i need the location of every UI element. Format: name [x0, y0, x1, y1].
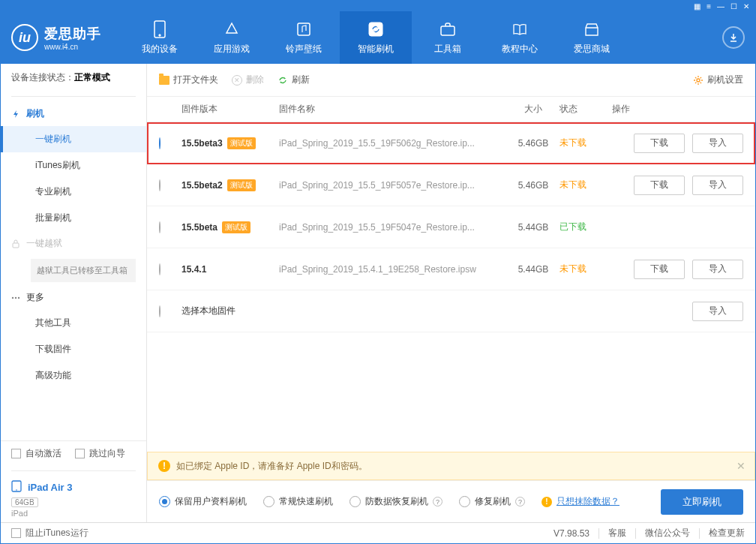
nav-tutorial[interactable]: 教程中心	[484, 11, 556, 64]
check-update-link[interactable]: 检查更新	[709, 527, 745, 539]
version-label: V7.98.53	[554, 528, 590, 539]
radio-icon[interactable]	[159, 179, 160, 191]
close-icon[interactable]: ✕	[743, 2, 749, 11]
firmware-version: 15.5beta3测试版	[182, 137, 279, 149]
help-icon[interactable]: ?	[515, 497, 525, 506]
firmware-size: 5.46GB	[507, 138, 560, 149]
device-icon	[151, 20, 169, 38]
store-icon	[583, 20, 601, 38]
download-manager-button[interactable]	[722, 26, 745, 49]
firmware-row[interactable]: 15.5beta2测试版 iPad_Spring_2019_15.5_19F50…	[147, 164, 755, 206]
sidebar-section-more[interactable]: 更多	[1, 285, 146, 310]
block-itunes-checkbox[interactable]	[11, 528, 21, 538]
flash-opt-repair[interactable]: 修复刷机 ?	[459, 495, 525, 508]
firmware-version: 15.4.1	[182, 264, 279, 275]
firmware-status: 未下载	[560, 137, 612, 149]
main-nav: 我的设备 应用游戏 铃声壁纸 智能刷机 工具箱 教程中心 爱思商城	[124, 11, 722, 64]
download-button[interactable]: 下载	[634, 134, 685, 153]
svg-rect-3	[369, 23, 382, 36]
svg-point-10	[16, 489, 17, 491]
app-logo: iu 爱思助手 www.i4.cn	[11, 24, 101, 51]
titlebar-menu-icon[interactable]: ≡	[706, 2, 711, 11]
firmware-name: iPad_Spring_2019_15.4.1_19E258_Restore.i…	[279, 264, 507, 275]
delete-button[interactable]: ✕ 删除	[232, 74, 264, 86]
import-button[interactable]: 导入	[692, 260, 743, 279]
firmware-list: 15.5beta3测试版 iPad_Spring_2019_15.5_19F50…	[147, 122, 755, 332]
table-header: 固件版本 固件名称 大小 状态 操作	[147, 97, 755, 122]
import-button[interactable]: 导入	[692, 302, 743, 321]
nav-my-device[interactable]: 我的设备	[124, 11, 196, 64]
sidebar-section-flash[interactable]: 刷机	[1, 101, 146, 126]
download-button[interactable]: 下载	[634, 260, 685, 279]
titlebar-grid-icon[interactable]: ▦	[694, 2, 700, 11]
book-icon	[511, 20, 529, 38]
radio-icon[interactable]	[159, 221, 160, 233]
maximize-icon[interactable]: ☐	[730, 2, 737, 11]
nav-ringtone[interactable]: 铃声壁纸	[268, 11, 340, 64]
radio-icon[interactable]	[159, 305, 160, 317]
sidebar: 设备连接状态：正常模式 刷机 一键刷机 iTunes刷机 专业刷机 批量刷机 一…	[1, 64, 147, 522]
sidebar-item-advanced[interactable]: 高级功能	[1, 362, 146, 389]
app-name: 爱思助手	[44, 25, 101, 43]
erase-data-link[interactable]: ! 只想抹除数据？	[542, 495, 620, 508]
sidebar-item-download-firmware[interactable]: 下载固件	[1, 336, 146, 362]
auto-activate-checkbox[interactable]	[11, 449, 21, 458]
svg-point-7	[15, 297, 16, 299]
open-folder-button[interactable]: 打开文件夹	[159, 74, 218, 86]
beta-tag: 测试版	[227, 179, 256, 191]
import-button[interactable]: 导入	[692, 134, 743, 153]
minimize-icon[interactable]: —	[717, 2, 724, 11]
notice-close-button[interactable]: ✕	[736, 460, 746, 472]
lock-icon	[11, 239, 20, 248]
nav-apps[interactable]: 应用游戏	[196, 11, 268, 64]
firmware-name: iPad_Spring_2019_15.5_19F5057e_Restore.i…	[279, 180, 507, 191]
radio-icon	[263, 496, 274, 507]
download-icon	[728, 32, 739, 43]
sidebar-item-oneclick-flash[interactable]: 一键刷机	[1, 126, 146, 152]
firmware-version: 15.5beta2测试版	[182, 179, 279, 191]
flash-opt-keep-data[interactable]: 保留用户资料刷机	[159, 495, 247, 508]
skip-guide-checkbox[interactable]	[75, 449, 85, 458]
download-button[interactable]: 下载	[634, 176, 685, 195]
flash-opt-quick[interactable]: 常规快速刷机	[263, 495, 333, 508]
sidebar-item-other-tools[interactable]: 其他工具	[1, 310, 146, 336]
firmware-version: 15.5beta测试版	[182, 221, 279, 233]
flash-section-icon	[11, 110, 20, 119]
firmware-name: iPad_Spring_2019_15.5_19F5047e_Restore.i…	[279, 222, 507, 233]
refresh-button[interactable]: 刷新	[278, 74, 310, 86]
wechat-link[interactable]: 微信公众号	[645, 527, 690, 539]
firmware-name: iPad_Spring_2019_15.5_19F5062g_Restore.i…	[279, 138, 507, 149]
beta-tag: 测试版	[227, 137, 256, 149]
nav-toolbox[interactable]: 工具箱	[412, 11, 484, 64]
sidebar-item-itunes-flash[interactable]: iTunes刷机	[1, 152, 146, 179]
help-icon[interactable]: ?	[433, 497, 442, 506]
firmware-row[interactable]: 15.5beta3测试版 iPad_Spring_2019_15.5_19F50…	[147, 122, 755, 164]
start-flash-button[interactable]: 立即刷机	[661, 489, 743, 515]
firmware-row[interactable]: 15.5beta测试版 iPad_Spring_2019_15.5_19F504…	[147, 206, 755, 248]
jailbreak-note: 越狱工具已转移至工具箱	[31, 259, 136, 282]
firmware-row-local[interactable]: 选择本地固件 导入	[147, 290, 755, 332]
main-panel: 打开文件夹 ✕ 删除 刷新 刷机设置 固件版本 固件名称 大小 状态 操作	[147, 64, 755, 522]
auto-activate-label: 自动激活	[26, 447, 62, 460]
radio-icon[interactable]	[159, 137, 160, 149]
flash-opt-anti-recovery[interactable]: 防数据恢复刷机 ?	[350, 495, 442, 508]
sidebar-item-pro-flash[interactable]: 专业刷机	[1, 179, 146, 205]
radio-icon	[159, 496, 170, 507]
gear-icon	[693, 75, 704, 86]
ipad-icon	[11, 480, 22, 494]
flash-settings-button[interactable]: 刷机设置	[693, 74, 743, 86]
device-info[interactable]: iPad Air 3 64GB iPad	[1, 476, 146, 522]
nav-store[interactable]: 爱思商城	[556, 11, 628, 64]
svg-point-6	[12, 297, 14, 299]
sidebar-item-batch-flash[interactable]: 批量刷机	[1, 205, 146, 231]
app-domain: www.i4.cn	[44, 43, 101, 51]
svg-point-11	[697, 79, 700, 82]
nav-flash[interactable]: 智能刷机	[340, 11, 412, 64]
radio-icon[interactable]	[159, 263, 160, 275]
import-button[interactable]: 导入	[692, 176, 743, 195]
media-icon	[295, 20, 313, 38]
support-link[interactable]: 客服	[608, 527, 626, 539]
firmware-status: 未下载	[560, 179, 612, 191]
firmware-row[interactable]: 15.4.1 iPad_Spring_2019_15.4.1_19E258_Re…	[147, 248, 755, 290]
firmware-status: 未下载	[560, 263, 612, 275]
